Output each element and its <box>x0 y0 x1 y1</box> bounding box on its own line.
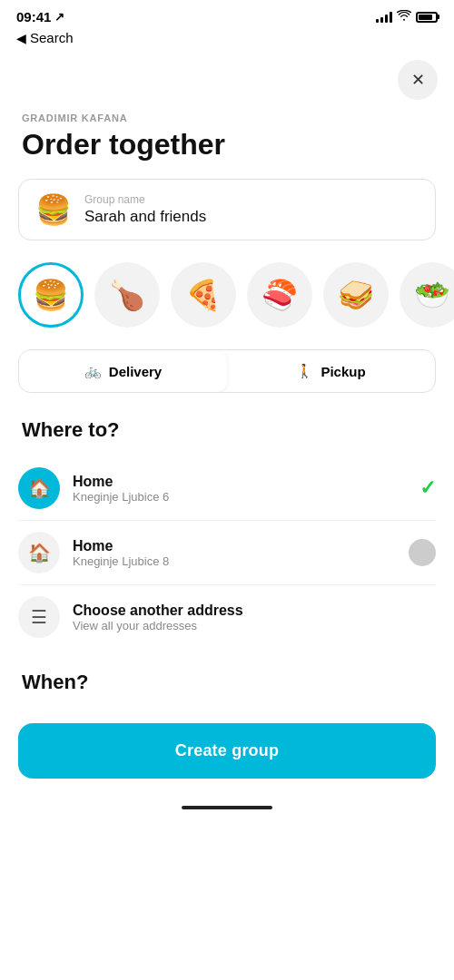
address-icon-2: 🏠 <box>18 532 60 573</box>
pickup-icon: 🚶 <box>296 363 313 379</box>
emoji-option-salad[interactable]: 🥗 <box>400 262 454 328</box>
address-name-1: Home <box>73 474 407 490</box>
back-arrow-icon: ◀ <box>16 31 26 45</box>
header: GRADIMIR KAFANA Order together <box>0 107 454 179</box>
signal-icon <box>376 12 392 23</box>
wifi-icon <box>397 10 411 24</box>
choose-another-icon-circle: ☰ <box>18 596 60 638</box>
address-text-1: Home Kneginje Ljubice 6 <box>73 474 407 504</box>
selected-checkmark-icon: ✓ <box>419 476 436 500</box>
emoji-picker: 🍔 🍗 🍕 🍣 🥪 🥗 <box>0 262 454 349</box>
radio-unselected-icon <box>409 539 436 566</box>
address-list: 🏠 Home Kneginje Ljubice 6 ✓ 🏠 Home Knegi… <box>0 456 454 649</box>
emoji-option-sandwich[interactable]: 🥪 <box>323 262 389 328</box>
status-bar: 09:41 ↗ <box>0 0 454 28</box>
address-icon-1: 🏠 <box>18 467 60 509</box>
address-item-2[interactable]: 🏠 Home Kneginje Ljubice 8 <box>18 521 436 585</box>
address-name-2: Home <box>73 538 396 554</box>
group-name-info: Group name Sarah and friends <box>84 193 206 226</box>
pickup-button[interactable]: 🚶 Pickup <box>227 350 435 392</box>
choose-another-label: Choose another address <box>73 603 436 619</box>
address-sub-1: Kneginje Ljubice 6 <box>73 490 407 504</box>
group-emoji-icon: 🍔 <box>35 192 72 227</box>
back-label: Search <box>30 30 74 45</box>
emoji-option-pizza[interactable]: 🍕 <box>171 262 236 328</box>
create-btn-row: Create group <box>0 709 454 806</box>
status-time: 09:41 ↗ <box>16 9 64 24</box>
delivery-button[interactable]: 🚲 Delivery <box>19 350 227 392</box>
address-sub-2: Kneginje Ljubice 8 <box>73 554 396 568</box>
close-button[interactable]: ✕ <box>398 60 438 100</box>
pickup-label: Pickup <box>321 364 365 379</box>
home-icon-1: 🏠 <box>28 477 51 499</box>
where-section-title: Where to? <box>0 418 454 456</box>
group-name-label: Group name <box>84 193 206 206</box>
emoji-option-burger[interactable]: 🍔 <box>18 262 84 328</box>
delivery-icon: 🚲 <box>84 363 102 379</box>
home-indicator <box>0 806 454 820</box>
emoji-option-sushi[interactable]: 🍣 <box>247 262 312 328</box>
delivery-label: Delivery <box>109 364 162 379</box>
back-nav[interactable]: ◀ Search <box>0 28 454 53</box>
home-icon-2: 🏠 <box>28 542 51 564</box>
group-name-value[interactable]: Sarah and friends <box>84 208 206 226</box>
time-display: 09:41 <box>16 9 51 24</box>
when-section-title: When? <box>22 671 432 694</box>
close-btn-row: ✕ <box>0 53 454 107</box>
page-title: Order together <box>22 129 432 161</box>
when-section: When? <box>0 649 454 709</box>
create-group-button[interactable]: Create group <box>18 723 436 779</box>
home-bar <box>182 806 272 809</box>
choose-another-address[interactable]: ☰ Choose another address View all your a… <box>18 585 436 649</box>
choose-another-sub: View all your addresses <box>73 619 436 632</box>
group-name-card[interactable]: 🍔 Group name Sarah and friends <box>18 179 436 240</box>
restaurant-name: GRADIMIR KAFANA <box>22 113 432 123</box>
list-icon: ☰ <box>31 606 47 628</box>
choose-another-text: Choose another address View all your add… <box>73 603 436 632</box>
status-icons <box>376 10 438 24</box>
address-item-1[interactable]: 🏠 Home Kneginje Ljubice 6 ✓ <box>18 456 436 521</box>
battery-icon <box>416 12 438 23</box>
emoji-option-chicken[interactable]: 🍗 <box>94 262 160 328</box>
location-icon: ↗ <box>54 10 64 24</box>
address-text-2: Home Kneginje Ljubice 8 <box>73 538 396 568</box>
delivery-pickup-toggle: 🚲 Delivery 🚶 Pickup <box>18 349 436 393</box>
